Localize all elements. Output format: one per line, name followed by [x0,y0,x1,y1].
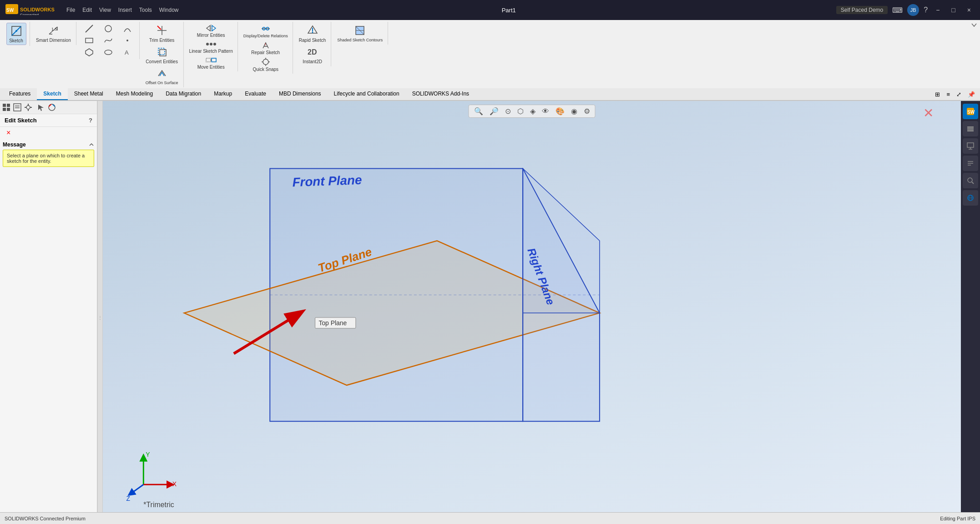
tab-addins[interactable]: SOLIDWORKS Add-Ins [406,88,475,100]
line-button[interactable] [80,23,98,35]
draw-tools-group: A [77,22,140,59]
user-avatar[interactable]: JB [907,4,919,16]
menu-edit[interactable]: Edit [80,6,95,14]
smart-dimension-button[interactable]: 1.5 Smart Dimension [34,23,73,44]
rect-button[interactable] [80,35,98,46]
arc-button[interactable] [118,23,136,35]
solidworks-logo: SW SOLIDWORKS Connected [5,4,60,16]
svg-text:*Trimetric: *Trimetric [143,501,174,509]
viewport[interactable]: 🔍 🔎 ⊙ ⬡ ◈ 👁 🎨 ◉ ⚙ ✕ [103,101,961,524]
svg-rect-51 [14,104,21,111]
tab-features[interactable]: Features [3,88,37,100]
tab-sheet-metal[interactable]: Sheet Metal [68,88,110,100]
svg-line-96 [972,182,974,184]
point-button[interactable] [118,35,136,46]
tab-lifecycle[interactable]: Lifecycle and Collaboration [328,88,406,100]
menu-file[interactable]: File [64,6,78,14]
mirror-entities-button[interactable]: Mirror Entities [195,23,227,39]
ribbon-toolbar: Sketch 1.5 Smart Dimension [0,20,980,88]
minimize-button[interactable]: − [932,5,943,15]
pointer-icon[interactable] [36,103,45,112]
float-button[interactable]: ⤢ [954,90,964,99]
document-title: Part1 [502,7,516,14]
move-entities-button[interactable]: Move Entities [196,55,227,71]
circle-button[interactable] [99,23,117,35]
svg-text:X: X [172,480,177,488]
convert-entities-button[interactable]: Convert Entities [143,44,180,66]
quick-snaps-button[interactable]: Quick Snaps [251,56,280,73]
tab-mbd[interactable]: MBD Dimensions [273,88,328,100]
svg-rect-48 [7,104,10,107]
right-btn-display[interactable] [963,138,978,154]
properties-icon[interactable] [13,103,22,112]
linear-sketch-pattern-button[interactable]: Linear Sketch Pattern [187,39,235,55]
instant2d-button[interactable]: 2D Instant2D [300,44,324,66]
help-icon[interactable]: ? [924,6,928,14]
self-paced-demo-label[interactable]: Self Paced Demo [836,6,888,14]
menu-view[interactable]: View [96,6,114,14]
right-btn-layers[interactable] [963,121,978,136]
close-button[interactable]: × [964,5,975,15]
right-sidebar: SW [961,101,980,524]
svg-text:SOLIDWORKS: SOLIDWORKS [20,7,55,12]
svg-rect-22 [160,50,166,56]
trim-entities-button[interactable]: Trim Entities [147,23,177,44]
svg-text:2D: 2D [308,48,317,56]
svg-text:Z: Z [126,495,131,502]
terminal-icon[interactable]: ⌨ [892,6,903,15]
right-btn-solidworks[interactable]: SW [963,104,978,119]
list-view-button[interactable]: ≡ [944,90,952,99]
offset-on-surface-button[interactable]: Offset On Surface [143,66,181,86]
pin-button[interactable]: 📌 [965,90,977,99]
featuretree-icon[interactable] [2,103,11,112]
config-icon[interactable] [24,103,33,112]
title-bar-left: SW SOLIDWORKS Connected File Edit View I… [5,4,182,16]
ellipse-button[interactable] [99,46,117,58]
message-section: Message Select a plane on which to creat… [0,139,97,170]
tab-evaluate[interactable]: Evaluate [238,88,273,100]
menu-tools[interactable]: Tools [136,6,155,14]
close-panel-area: × [0,127,97,139]
svg-text:A: A [125,49,129,56]
svg-text:Top Plane: Top Plane [318,319,347,327]
right-btn-search[interactable] [963,173,978,188]
relations-group: Display/Delete Relations ! Repair Sketch… [239,22,293,74]
shaded-sketch-group: Shaded Sketch Contours [332,22,388,45]
svg-point-14 [126,40,128,41]
collapse-icon[interactable] [89,142,94,147]
smart-dimension-group: 1.5 Smart Dimension [31,22,76,45]
svg-rect-88 [967,130,974,131]
rapid-sketch-button[interactable]: Rapid Sketch [297,23,328,44]
close-panel-button[interactable]: × [4,128,13,137]
svg-rect-28 [212,58,216,62]
text-button[interactable]: A [118,46,136,58]
polygon-button[interactable] [80,46,98,58]
svg-point-12 [105,25,111,32]
color-icon[interactable] [47,103,56,112]
right-btn-properties[interactable] [963,156,978,171]
left-panel: Edit Sketch ? × Message Select a plane o… [0,101,97,524]
maximize-button[interactable]: □ [948,5,959,15]
svg-point-26 [213,43,216,45]
sketch-button[interactable]: Sketch [6,23,26,45]
right-btn-globe[interactable] [963,190,978,206]
display-delete-relations-button[interactable]: Display/Delete Relations [242,23,290,39]
edit-sketch-title: Edit Sketch [5,117,37,124]
menu-insert[interactable]: Insert [116,6,135,14]
spline-button[interactable] [99,35,117,46]
help-question-icon[interactable]: ? [89,117,92,124]
collapse-handle[interactable]: ⋮ [97,101,103,524]
tab-sketch[interactable]: Sketch [37,88,67,100]
tab-markup[interactable]: Markup [207,88,238,100]
svg-point-54 [26,106,30,109]
ribbon-expand[interactable] [971,22,977,30]
tab-data-migration[interactable]: Data Migration [159,88,207,100]
viewport-svg: Front Plane Top Plane Right Plane Top Pl… [103,101,961,524]
grid-view-button[interactable]: ⊞ [933,90,942,99]
svg-point-35 [263,59,268,65]
tab-mesh-modeling[interactable]: Mesh Modeling [110,88,159,100]
shaded-sketch-contours-button[interactable]: Shaded Sketch Contours [335,23,385,44]
title-bar-right: Self Paced Demo ⌨ JB ? − □ × [836,4,975,16]
menu-window[interactable]: Window [157,6,182,14]
repair-sketch-button[interactable]: ! Repair Sketch [249,39,282,56]
